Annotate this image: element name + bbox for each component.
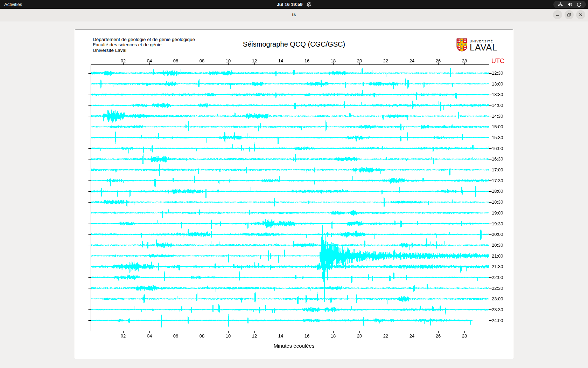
x-tick-label: 26	[433, 58, 443, 63]
time-row-label: 13:00	[492, 81, 503, 87]
time-row-label: 17:30	[492, 178, 503, 183]
gnome-top-bar: Activities Tk Jul 16 19:59	[0, 0, 588, 9]
x-tick-label: 28	[459, 58, 470, 63]
seismograph-panel: Département de géologie et de génie géol…	[75, 29, 513, 358]
tk-window-content: Département de géologie et de génie géol…	[0, 21, 588, 368]
time-row-label: 19:00	[492, 210, 503, 216]
x-tick-label: 20	[354, 333, 365, 339]
close-button[interactable]	[576, 10, 585, 19]
time-row-label: 18:30	[492, 199, 503, 205]
time-row-label: 14:00	[492, 103, 503, 108]
x-tick-label: 02	[118, 58, 128, 63]
system-status-area[interactable]	[553, 1, 586, 8]
time-row-label: 24:00	[492, 318, 503, 323]
x-tick-label: 22	[380, 333, 391, 339]
x-tick-label: 12	[249, 58, 260, 63]
x-tick-label: 16	[302, 58, 312, 63]
time-row-label: 22:30	[492, 286, 503, 291]
window-titlebar: tk	[0, 9, 588, 21]
x-tick-label: 24	[407, 333, 417, 339]
x-tick-label: 14	[275, 333, 286, 339]
x-tick-label: 22	[380, 58, 391, 63]
x-tick-label: 18	[328, 58, 338, 63]
time-row-label: 17:00	[492, 167, 503, 172]
x-tick-label: 10	[223, 333, 233, 339]
x-tick-label: 16	[302, 333, 312, 339]
x-tick-label: 28	[459, 333, 470, 339]
time-row-label: 23:00	[492, 296, 503, 301]
time-row-label: 20:30	[492, 243, 503, 248]
power-icon	[577, 2, 581, 7]
clock-label: Jul 16 19:59	[277, 2, 303, 7]
x-tick-label: 08	[197, 333, 207, 339]
x-tick-label: 24	[407, 58, 417, 63]
x-tick-label: 06	[170, 58, 181, 63]
time-row-label: 12:30	[492, 70, 503, 76]
x-tick-label: 10	[223, 58, 233, 63]
utc-label: UTC	[491, 57, 504, 65]
time-row-label: 20:00	[492, 232, 503, 237]
x-tick-label: 26	[433, 333, 443, 339]
time-row-label: 15:30	[492, 135, 503, 140]
time-row-label: 22:00	[492, 275, 503, 280]
time-row-label: 13:30	[492, 92, 503, 97]
network-icon	[558, 2, 563, 7]
volume-icon	[567, 2, 572, 7]
x-tick-label: 20	[354, 58, 365, 63]
x-tick-label: 02	[118, 333, 128, 339]
time-row-label: 21:30	[492, 264, 503, 269]
time-row-label: 21:00	[492, 253, 503, 259]
x-tick-label: 04	[144, 58, 155, 63]
x-tick-label: 12	[249, 333, 260, 339]
x-tick-label: 04	[144, 333, 155, 339]
x-tick-label: 08	[197, 58, 207, 63]
activities-button[interactable]: Activities	[0, 0, 26, 9]
x-tick-label: 18	[328, 333, 338, 339]
time-row-label: 16:30	[492, 156, 503, 162]
time-row-label: 15:00	[492, 124, 503, 129]
time-row-label: 14:30	[492, 114, 503, 119]
time-row-label: 19:30	[492, 221, 503, 226]
time-row-label: 23:30	[492, 307, 503, 312]
clock-menu[interactable]: Jul 16 19:59	[277, 0, 312, 9]
maximize-button[interactable]	[565, 10, 574, 19]
window-title: tk	[0, 12, 588, 17]
x-tick-label: 06	[170, 333, 181, 339]
x-axis-title: Minutes écoulées	[75, 343, 513, 349]
time-row-label: 16:00	[492, 146, 503, 151]
x-tick-label: 14	[275, 58, 286, 63]
notifications-muted-icon	[306, 2, 311, 7]
helicorder-canvas	[75, 29, 513, 358]
time-row-label: 18:00	[492, 189, 503, 194]
minimize-button[interactable]	[553, 10, 562, 19]
